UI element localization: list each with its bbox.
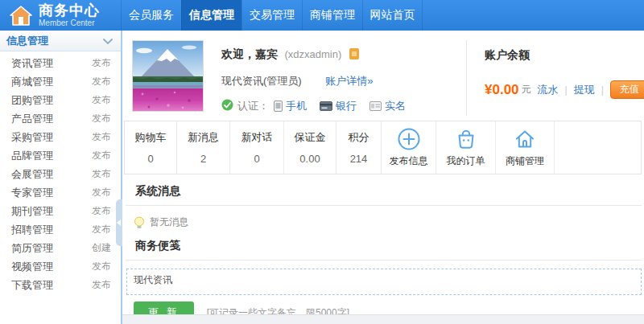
profile-info: 欢迎，嘉宾 (xdzxadmin) 现代资讯(管理员) 账户详情» <box>204 40 466 116</box>
publish-info-action[interactable]: 发布信息 <box>382 121 436 174</box>
separator: | <box>601 84 604 96</box>
sidebar-item: 招聘管理 发布 <box>0 220 121 239</box>
logo-subtitle: Member Center <box>39 19 100 27</box>
sidebar-item-action-link[interactable]: 发布 <box>92 93 111 107</box>
stat-label: 新消息 <box>188 130 219 145</box>
stats-panel: 购物车 0 新消息 2 新对话 0 保证金 0.00 积分 214 <box>124 121 642 174</box>
sidebar-item-label[interactable]: 品牌管理 <box>11 149 53 163</box>
sidebar-item: 会展管理 发布 <box>0 165 121 183</box>
top-header: 商务中心 Member Center 会员服务 信息管理 交易管理 商铺管理 网… <box>0 0 644 31</box>
logo[interactable]: 商务中心 Member Center <box>0 0 121 31</box>
sidebar-item-label[interactable]: 产品管理 <box>11 112 53 126</box>
sidebar-item-label[interactable]: 采购管理 <box>11 130 53 145</box>
sidebar-item: 产品管理 发布 <box>0 109 121 128</box>
sidebar-item-action-link[interactable]: 发布 <box>92 204 111 218</box>
sidebar-item: 简历管理 创建 <box>0 239 121 257</box>
org-role-text: 现代资讯(管理员) <box>221 75 302 87</box>
sidebar-item-label[interactable]: 团购管理 <box>11 93 53 108</box>
system-messages-title: 系统消息 <box>126 184 642 206</box>
shop-management-action[interactable]: 商铺管理 <box>496 121 555 174</box>
arrow-left-icon <box>117 219 121 226</box>
sidebar-item-label[interactable]: 下载管理 <box>11 278 53 293</box>
plus-circle-icon <box>397 127 421 151</box>
sidebar-item-action-link[interactable]: 发布 <box>92 56 111 70</box>
username-text: (xdzxadmin) <box>284 48 341 60</box>
member-center-app: 商务中心 Member Center 会员服务 信息管理 交易管理 商铺管理 网… <box>0 0 644 324</box>
sidebar-item: 专家管理 发布 <box>0 183 121 202</box>
stat-points: 积分 214 <box>336 121 382 174</box>
action-label: 商铺管理 <box>506 154 544 168</box>
flow-link[interactable]: 流水 <box>538 83 559 97</box>
balance-title: 账户余额 <box>485 48 642 63</box>
sidebar-item-action-link[interactable]: 发布 <box>92 149 111 162</box>
verified-check-icon <box>221 99 233 113</box>
withdraw-link[interactable]: 提现 <box>574 83 595 97</box>
sidebar-item-label[interactable]: 视频管理 <box>11 260 53 274</box>
notes-title: 商务便笺 <box>126 239 642 260</box>
main-content: 欢迎，嘉宾 (xdzxadmin) 现代资讯(管理员) 账户详情» <box>122 31 644 324</box>
sidebar-item-action-link[interactable]: 发布 <box>92 186 111 199</box>
stat-cart: 购物车 0 <box>125 121 177 174</box>
tab-site-home[interactable]: 网站首页 <box>362 0 423 31</box>
stat-label: 积分 <box>349 130 369 145</box>
stats-filler <box>555 121 641 174</box>
sidebar-item-action-link[interactable]: 发布 <box>92 260 111 273</box>
sidebar-item-action-link[interactable]: 发布 <box>92 112 111 125</box>
sidebar-item: 团购管理 发布 <box>0 91 121 109</box>
notes-textarea[interactable]: 现代资讯 <box>126 269 642 295</box>
cert-bank-link[interactable]: 银行 <box>336 99 357 113</box>
cert-phone-link[interactable]: 手机 <box>286 99 307 113</box>
sidebar-item: 期刊管理 发布 <box>0 202 121 220</box>
stat-new-messages: 新消息 2 <box>177 121 230 174</box>
sidebar-item-label[interactable]: 资讯管理 <box>11 56 53 71</box>
stat-value: 0 <box>147 153 153 165</box>
sidebar-item-action-link[interactable]: 发布 <box>92 130 111 144</box>
sidebar-item-action-link[interactable]: 发布 <box>92 167 111 181</box>
sidebar-item-action-link[interactable]: 创建 <box>92 241 111 255</box>
tab-shop-management[interactable]: 商铺管理 <box>302 0 362 31</box>
sidebar-item: 品牌管理 发布 <box>0 146 121 165</box>
account-details-link[interactable]: 账户详情» <box>325 75 373 87</box>
my-orders-action[interactable]: 我的订单 <box>436 121 496 174</box>
account-balance-panel: 账户余额 ¥0.00 元 流水 | 提现 | 充值 <box>466 40 642 116</box>
tab-member-service[interactable]: 会员服务 <box>121 0 181 31</box>
sidebar-item-action-link[interactable]: 发布 <box>92 278 111 292</box>
separator: | <box>565 84 568 96</box>
bank-card-icon <box>320 101 332 111</box>
action-label: 我的订单 <box>447 154 485 168</box>
id-card-icon <box>369 101 382 111</box>
stat-value: 0.00 <box>299 153 320 165</box>
sidebar-menu: 资讯管理 发布 商城管理 发布 团购管理 发布 产品管理 <box>0 51 121 294</box>
system-messages-section: 系统消息 暂无消息 <box>124 184 642 229</box>
avatar-landscape-image <box>133 41 203 111</box>
no-messages-text: 暂无消息 <box>150 215 188 229</box>
sidebar-collapse-handle[interactable] <box>116 199 122 246</box>
sidebar-item-label[interactable]: 招聘管理 <box>11 223 53 237</box>
chevron-down-icon <box>103 34 113 48</box>
sidebar-item-label[interactable]: 专家管理 <box>11 186 53 200</box>
content-bottom-strip <box>122 314 644 324</box>
sidebar-item-label[interactable]: 商城管理 <box>11 75 53 89</box>
recharge-button[interactable]: 充值 <box>610 80 644 99</box>
stat-label: 新对话 <box>242 130 273 145</box>
sidebar-item-label[interactable]: 会展管理 <box>11 167 53 182</box>
cert-label: 认证： <box>237 99 269 113</box>
cert-realname-link[interactable]: 实名 <box>385 99 406 113</box>
profile-section: 欢迎，嘉宾 (xdzxadmin) 现代资讯(管理员) 账户详情» <box>124 31 642 116</box>
sidebar-item-action-link[interactable]: 发布 <box>92 75 111 88</box>
tab-info-management[interactable]: 信息管理 <box>181 0 242 31</box>
stat-label: 保证金 <box>295 130 326 145</box>
sidebar-item-label[interactable]: 简历管理 <box>11 241 53 256</box>
stat-value: 2 <box>200 153 206 165</box>
sidebar-item-label[interactable]: 期刊管理 <box>11 204 53 219</box>
sidebar-item-action-link[interactable]: 发布 <box>92 223 111 236</box>
stat-new-chats: 新对话 0 <box>230 121 284 174</box>
sidebar-section-title: 信息管理 <box>6 34 48 48</box>
notes-section: 商务便笺 现代资讯 更 新 [可记录一些文字备忘，限5000字] <box>124 239 642 324</box>
sidebar-section-header[interactable]: 信息管理 <box>0 31 121 51</box>
tab-trade-management[interactable]: 交易管理 <box>242 0 302 31</box>
user-avatar[interactable] <box>132 40 204 112</box>
phone-icon <box>274 100 283 112</box>
action-label: 发布信息 <box>390 154 428 168</box>
home-logo-icon <box>10 5 32 26</box>
